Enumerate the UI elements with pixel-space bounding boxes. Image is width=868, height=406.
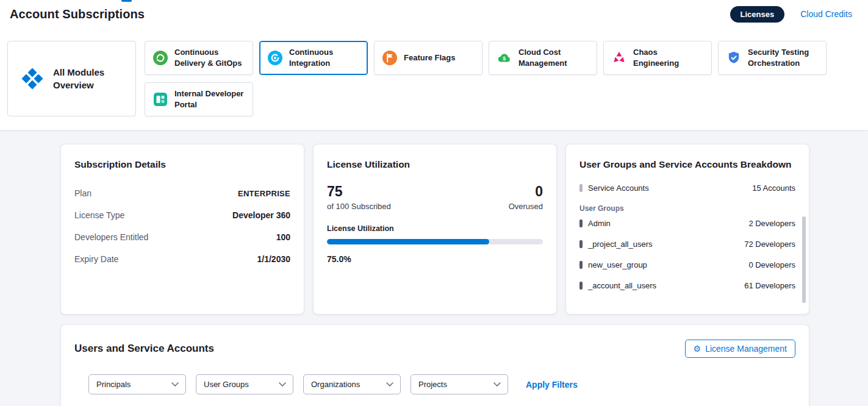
principals-dropdown[interactable]: Principals (88, 374, 186, 394)
row-value: 100 (276, 232, 290, 242)
all-modules-overview-label: All Modules Overview (53, 66, 127, 91)
module-card-cloud-cost-management[interactable]: $ Cloud Cost Management (489, 41, 597, 75)
license-utilization-card: License Utilization 75 of 100 Subscribed… (314, 144, 556, 314)
service-accounts-label: Service Accounts (588, 183, 649, 193)
user-group-name: Admin (588, 219, 611, 228)
cloud-credits-tab[interactable]: Cloud Credits (800, 9, 852, 19)
module-label: Chaos Engineering (633, 47, 705, 68)
subscription-row-expiry-date: Expiry Date 1/1/2030 (74, 248, 290, 270)
row-label: Expiry Date (74, 254, 118, 264)
license-counts: 75 of 100 Subscribed 0 Overused (327, 183, 543, 211)
module-label: Continuous Integration (289, 47, 361, 68)
breakdown-title: User Groups and Service Accounts Breakdo… (579, 159, 795, 170)
user-group-icon (579, 240, 583, 248)
feature-flags-icon (382, 50, 398, 66)
chevron-down-icon (493, 382, 501, 386)
row-value: ENTERPRISE (238, 189, 290, 198)
apply-filters-link[interactable]: Apply Filters (526, 380, 578, 390)
chevron-down-icon (279, 382, 286, 386)
subscribed-caption: of 100 Subscribed (327, 202, 391, 211)
module-card-security-testing[interactable]: Security Testing Orchestration (718, 41, 827, 75)
module-card-continuous-integration[interactable]: Continuous Integration (259, 41, 368, 75)
clipped-breadcrumb-fragment (121, 0, 132, 2)
licenses-tab[interactable]: Licenses (730, 6, 785, 23)
user-group-icon (579, 282, 583, 290)
utilization-progress-fill (327, 239, 489, 244)
service-accounts-row: Service Accounts 15 Accounts (579, 177, 795, 198)
module-label: Cloud Cost Management (518, 47, 590, 68)
module-label: Feature Flags (404, 52, 456, 63)
row-value: Developer 360 (232, 210, 290, 220)
modules-grid: Continuous Delivery & GitOps Continuous … (145, 41, 861, 116)
module-card-internal-developer-portal[interactable]: Internal Developer Portal (145, 82, 253, 116)
module-card-feature-flags[interactable]: Feature Flags (374, 41, 482, 75)
license-management-button[interactable]: ⚙ License Management (685, 340, 795, 358)
security-testing-icon (726, 50, 742, 66)
user-group-name: _project_all_users (588, 240, 653, 249)
users-section-header: Users and Service Accounts ⚙ License Man… (74, 340, 795, 358)
gear-icon: ⚙ (694, 344, 701, 353)
subscription-row-plan: Plan ENTERPRISE (74, 182, 290, 204)
main-content: Subscription Details Plan ENTERPRISE Lic… (61, 130, 809, 406)
overused-caption: Overused (509, 202, 543, 211)
users-and-service-accounts-card: Users and Service Accounts ⚙ License Man… (61, 325, 809, 406)
chevron-down-icon (386, 382, 393, 386)
cd-gitops-icon (152, 50, 168, 66)
user-group-row: _account_all_users 61 Developers (579, 275, 795, 296)
summary-cards-row: Subscription Details Plan ENTERPRISE Lic… (61, 144, 809, 314)
modules-strip: All Modules Overview Continuous Delivery… (0, 28, 868, 130)
user-group-value: 0 Developers (748, 260, 795, 269)
license-management-label: License Management (705, 344, 787, 354)
chaos-engineering-icon (611, 50, 627, 66)
dropdown-label: Projects (418, 380, 447, 389)
subscription-details-title: Subscription Details (74, 159, 290, 170)
service-accounts-value: 15 Accounts (752, 183, 795, 193)
topbar-actions: Licenses Cloud Credits (730, 6, 852, 23)
user-group-row: _project_all_users 72 Developers (579, 233, 795, 254)
subscription-details-card: Subscription Details Plan ENTERPRISE Lic… (61, 144, 304, 314)
dropdown-label: Principals (96, 380, 131, 389)
breakdown-card: User Groups and Service Accounts Breakdo… (566, 144, 809, 314)
svg-text:$: $ (503, 55, 506, 62)
utilization-bar-label: License Utilization (327, 224, 543, 233)
organizations-dropdown[interactable]: Organizations (303, 374, 401, 394)
subscription-row-license-type: License Type Developer 360 (74, 204, 290, 226)
dropdown-label: User Groups (204, 380, 249, 389)
filters-row: Principals User Groups Organizations Pro… (88, 374, 795, 394)
utilization-progress-bar (327, 239, 543, 244)
overused-count: 0 (509, 183, 543, 200)
projects-dropdown[interactable]: Projects (411, 374, 508, 394)
ci-icon (267, 50, 283, 66)
user-groups-dropdown[interactable]: User Groups (196, 374, 293, 394)
user-group-value: 72 Developers (744, 240, 795, 249)
module-label: Security Testing Orchestration (748, 47, 820, 68)
dropdown-label: Organizations (311, 380, 360, 389)
internal-developer-portal-icon (152, 91, 168, 107)
subscription-row-developers-entitled: Developers Entitled 100 (74, 226, 290, 248)
user-group-name: new_user_group (588, 260, 647, 269)
user-group-icon (579, 219, 583, 227)
subscription-details-rows: Plan ENTERPRISE License Type Developer 3… (74, 182, 290, 270)
service-account-icon (579, 184, 583, 192)
cloud-cost-icon: $ (497, 50, 512, 66)
utilization-percent: 75.0% (327, 254, 543, 264)
subscribed-count: 75 (327, 183, 391, 200)
module-card-cd-gitops[interactable]: Continuous Delivery & GitOps (145, 41, 253, 75)
chevron-down-icon (171, 382, 179, 386)
users-section-title: Users and Service Accounts (74, 343, 214, 355)
all-modules-overview-card[interactable]: All Modules Overview (7, 41, 136, 116)
user-group-value: 2 Developers (748, 219, 795, 228)
row-value: 1/1/2030 (257, 254, 291, 264)
user-group-row: new_user_group 0 Developers (579, 254, 795, 275)
harness-logo-icon (20, 66, 45, 91)
subscribed-count-block: 75 of 100 Subscribed (327, 183, 391, 211)
user-groups-header: User Groups (579, 204, 795, 213)
breakdown-scrollbar[interactable] (802, 216, 806, 303)
module-label: Continuous Delivery & GitOps (174, 47, 246, 68)
module-card-chaos-engineering[interactable]: Chaos Engineering (603, 41, 712, 75)
module-label: Internal Developer Portal (174, 88, 246, 110)
user-group-name: _account_all_users (588, 281, 656, 290)
user-group-row: Admin 2 Developers (579, 213, 795, 233)
page-title: Account Subscriptions (10, 7, 145, 21)
user-group-value: 61 Developers (744, 281, 795, 290)
